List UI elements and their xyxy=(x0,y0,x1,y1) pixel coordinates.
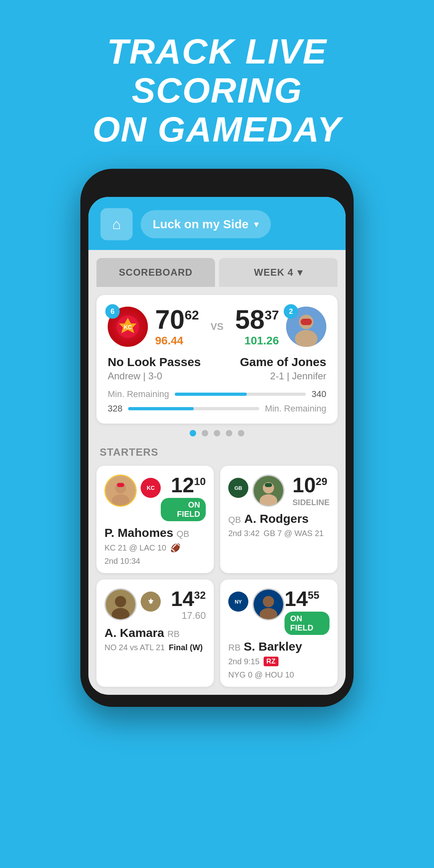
team1-logo-container: KC 6 xyxy=(108,307,148,347)
dot-4[interactable] xyxy=(226,430,232,436)
team2-section: 2 5837 101.26 xyxy=(235,306,326,347)
team2-score-block: 5837 101.26 xyxy=(235,306,279,347)
team-name: Luck on my Side xyxy=(153,217,248,231)
match-scores: KC 6 7062 96.44 VS xyxy=(108,306,326,347)
hero-line2: ON GAMEDAY xyxy=(92,109,342,149)
app-header: ⌂ Luck on my Side ▾ xyxy=(88,197,346,250)
football-icon: 🏈 xyxy=(170,543,180,553)
team2-owner: 2-1 | Jennifer xyxy=(240,371,326,382)
dot-3[interactable] xyxy=(214,430,220,436)
rz-badge: RZ xyxy=(264,657,278,666)
vs-label: VS xyxy=(211,321,223,332)
team1-owner: Andrew | 3-0 xyxy=(108,371,201,382)
svg-rect-6 xyxy=(301,319,312,325)
team1-progress: Min. Remaining 340 xyxy=(108,389,326,399)
phone-notch xyxy=(185,181,249,193)
team2-progress: 328 Min. Remaining xyxy=(108,403,326,414)
pagination-dots xyxy=(88,430,346,436)
rodgers-score: 1029 SIDELINE xyxy=(293,475,330,507)
kamara-proj: 17.60 xyxy=(171,610,206,621)
mahomes-status-badge: ON FIELD xyxy=(161,498,206,521)
rodgers-pos: QB xyxy=(228,515,241,525)
rodgers-team-logo: GB xyxy=(228,478,248,498)
dot-2[interactable] xyxy=(202,430,208,436)
player-card-barkley[interactable]: NY 1455 ON FIELD RB S. Barkley 2nd 9:15 … xyxy=(220,579,338,687)
mahomes-name-row: P. Mahomes QB xyxy=(104,526,206,540)
team2-main-score: 5837 xyxy=(235,306,279,333)
mahomes-score: 1210 ON FIELD xyxy=(161,475,206,521)
rodgers-avatar xyxy=(252,475,285,507)
kamara-score: 1432 17.60 xyxy=(171,588,206,621)
dot-1[interactable] xyxy=(190,430,196,436)
team1-record: 3-0 xyxy=(148,371,162,381)
tab-week[interactable]: WEEK 4 ▾ xyxy=(219,258,338,287)
min-remaining-label-left: Min. Remaining xyxy=(108,389,169,399)
phone-frame: ⌂ Luck on my Side ▾ SCOREBOARD WEEK 4 ▾ xyxy=(80,169,354,707)
kamara-name: A. Kamara xyxy=(104,626,164,640)
mahomes-avatar xyxy=(104,475,137,507)
svg-point-19 xyxy=(263,596,274,607)
team1-proj-score: 96.44 xyxy=(155,334,199,347)
dot-5[interactable] xyxy=(238,430,244,436)
rodgers-game-info: 2nd 3:42 GB 7 @ WAS 21 xyxy=(228,529,330,538)
barkley-pos: RB xyxy=(228,643,241,653)
svg-point-16 xyxy=(115,596,126,607)
team1-section: KC 6 7062 96.44 xyxy=(108,306,199,347)
kamara-game-info: NO 24 vs ATL 21 Final (W) xyxy=(104,643,206,652)
team1-main-score: 7062 xyxy=(155,306,199,333)
team2-logo-container: 2 xyxy=(286,307,326,347)
team-selector[interactable]: Luck on my Side ▾ xyxy=(141,210,271,238)
team2-progress-bar xyxy=(128,407,259,410)
player-card-kamara[interactable]: ⚜ 1432 17.60 A. Kamara RB NO 24 vs ATL 2… xyxy=(96,579,214,687)
rodgers-name-row: QB A. Rodgers xyxy=(228,512,330,526)
chevron-down-icon: ▾ xyxy=(254,219,259,230)
team2-minutes: 328 xyxy=(108,403,123,414)
team1-info: No Look Passes Andrew | 3-0 xyxy=(108,355,201,382)
match-teams-row: No Look Passes Andrew | 3-0 Game of Jone… xyxy=(108,355,326,382)
player-cards-grid: KC 1210 ON FIELD P. Mahomes QB KC 21 @ L… xyxy=(88,466,346,695)
rodgers-name: A. Rodgers xyxy=(244,512,309,526)
barkley-score: 1455 ON FIELD xyxy=(285,588,330,635)
barkley-team-logo: NY xyxy=(228,592,248,612)
mahomes-game-info: KC 21 @ LAC 10 🏈 2nd 10:34 xyxy=(104,543,206,566)
matchup-card[interactable]: KC 6 7062 96.44 VS xyxy=(96,295,338,424)
kamara-team-logo: ⚜ xyxy=(141,592,161,612)
svg-point-5 xyxy=(295,330,317,347)
team2-proj-score: 101.26 xyxy=(235,334,279,347)
barkley-status-badge: ON FIELD xyxy=(285,612,330,635)
mahomes-pos: QB xyxy=(176,529,189,539)
home-button[interactable]: ⌂ xyxy=(100,208,133,240)
svg-rect-10 xyxy=(117,483,124,487)
barkley-name: S. Barkley xyxy=(244,640,302,653)
svg-text:KC: KC xyxy=(124,324,132,330)
hero-title: TRACK LIVE SCORING ON GAMEDAY xyxy=(0,0,434,169)
kamara-name-row: A. Kamara RB xyxy=(104,626,206,640)
starters-label: STARTERS xyxy=(88,446,346,466)
tabs-row: SCOREBOARD WEEK 4 ▾ xyxy=(88,250,346,287)
player-card-mahomes[interactable]: KC 1210 ON FIELD P. Mahomes QB KC 21 @ L… xyxy=(96,466,214,573)
phone-screen: ⌂ Luck on my Side ▾ SCOREBOARD WEEK 4 ▾ xyxy=(88,197,346,695)
team1-progress-bar xyxy=(175,393,306,396)
mahomes-team-logo: KC xyxy=(141,478,161,498)
home-icon: ⌂ xyxy=(112,216,121,233)
team2-info: Game of Jones 2-1 | Jennifer xyxy=(240,355,326,382)
min-remaining-label-right: Min. Remaining xyxy=(265,403,326,414)
player-card-rodgers[interactable]: GB 1029 SIDELINE QB A. Rodgers 2nd 3:42 … xyxy=(220,466,338,573)
svg-rect-14 xyxy=(265,483,272,487)
mahomes-name: P. Mahomes xyxy=(104,526,173,540)
team2-record: 2-1 xyxy=(270,371,284,381)
kamara-pos: RB xyxy=(167,629,180,639)
tab-scoreboard[interactable]: SCOREBOARD xyxy=(96,258,215,287)
kamara-avatar xyxy=(104,588,137,620)
barkley-game-info: 2nd 9:15 RZ NYG 0 @ HOU 10 xyxy=(228,657,330,680)
team1-score-block: 7062 96.44 xyxy=(155,306,199,347)
rodgers-status-badge: SIDELINE xyxy=(293,498,330,507)
barkley-name-row: RB S. Barkley xyxy=(228,640,330,653)
team1-name: No Look Passes xyxy=(108,355,201,369)
hero-line1: TRACK LIVE SCORING xyxy=(107,31,327,110)
barkley-avatar xyxy=(252,588,285,620)
team2-name: Game of Jones xyxy=(240,355,326,369)
chevron-down-icon: ▾ xyxy=(297,267,303,278)
team1-minutes: 340 xyxy=(311,389,326,399)
